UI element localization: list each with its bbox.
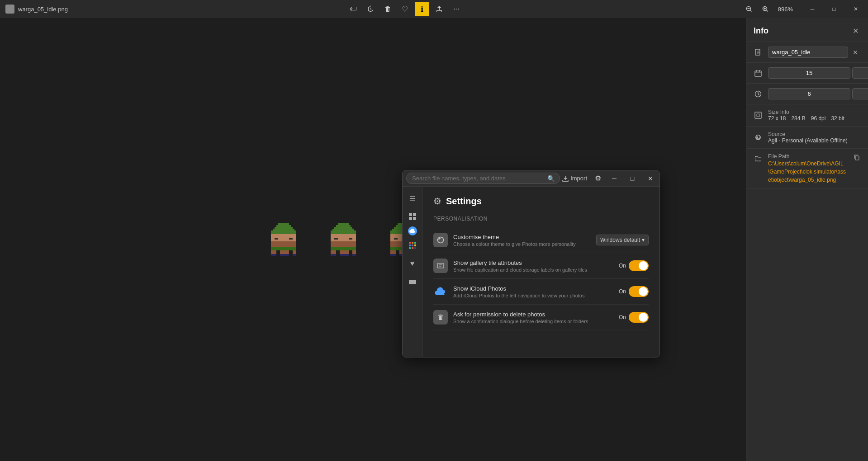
window-controls: ─ □ ✕ <box>802 2 868 16</box>
delete-toggle[interactable] <box>629 312 649 323</box>
title-bar-left: warga_05_idle.png <box>0 5 68 14</box>
filepath-value: C:\Users\colum\OneDrive\AGIL\GameProject… <box>768 160 847 184</box>
icloud-control: On <box>619 286 649 297</box>
gallery-text: Show gallery tile attributes Show file d… <box>453 259 613 273</box>
sidebar-nav-favorites[interactable]: ♥ <box>404 255 421 272</box>
svg-rect-3 <box>755 71 761 76</box>
sidebar-nav-cloud[interactable] <box>408 226 417 235</box>
delete-button[interactable] <box>380 2 395 16</box>
filename-clear-button[interactable]: ✕ <box>850 48 861 57</box>
minimize-button[interactable]: ─ <box>802 2 823 16</box>
photos-search-input[interactable] <box>406 173 560 184</box>
delete-toggle-label: On <box>619 314 626 320</box>
zoom-out-button[interactable] <box>742 2 756 16</box>
photos-body: ☰ ♥ ⚙ Settings Personalisation <box>403 187 659 357</box>
settings-header: ⚙ Settings <box>433 196 649 207</box>
photos-minimize-button[interactable]: ─ <box>605 170 623 187</box>
size-info-label: Size Info <box>768 109 861 115</box>
settings-item-gallery: Show gallery tile attributes Show file d… <box>433 253 649 279</box>
theme-icon <box>433 233 448 247</box>
icloud-icon <box>433 284 448 299</box>
time-fields-wrapper <box>768 88 868 99</box>
filepath-label: File Path <box>768 153 847 160</box>
info-panel-close[interactable]: ✕ <box>850 25 861 36</box>
sidebar-nav-gallery[interactable] <box>404 208 421 225</box>
filename-field-wrapper: ✕ <box>768 47 861 58</box>
icloud-toggle-label: On <box>619 288 626 295</box>
photos-search-bar: 🔍 <box>403 170 559 187</box>
delete-desc: Show a confirmation dialogue before dele… <box>453 319 613 324</box>
date-month-input[interactable] <box>852 67 868 79</box>
date-day-input[interactable] <box>768 67 850 79</box>
title-bar-center: 🏷 ♡ ℹ ··· <box>68 2 742 16</box>
tags-button[interactable]: 🏷 <box>346 2 360 16</box>
filepath-content: File Path C:\Users\colum\OneDrive\AGIL\G… <box>768 153 847 184</box>
zoom-level: 896% <box>774 6 797 13</box>
info-panel-title: Info <box>754 26 768 36</box>
filepath-icon <box>754 154 763 163</box>
theme-control: Windows default ▾ <box>596 235 649 245</box>
svg-rect-8 <box>413 213 416 216</box>
svg-rect-18 <box>412 247 413 249</box>
svg-rect-9 <box>409 217 412 220</box>
svg-rect-13 <box>414 242 416 244</box>
filepath-copy-button[interactable] <box>853 153 861 163</box>
info-button[interactable]: ℹ <box>415 2 429 16</box>
info-panel: Info ✕ ✕ <box>746 18 868 461</box>
sidebar-nav-menu[interactable]: ☰ <box>404 190 421 207</box>
photos-window: 🔍 Import ⚙ ─ □ ✕ ☰ ♥ <box>402 170 660 358</box>
delete-icon <box>433 310 448 325</box>
size-info-content: Size Info 72 x 18 284 B 96 dpi 32 bit <box>768 109 861 122</box>
gallery-title: Show gallery tile attributes <box>453 259 613 266</box>
theme-title: Customise theme <box>453 234 591 240</box>
app-icon <box>5 5 14 14</box>
svg-rect-7 <box>409 213 412 216</box>
svg-rect-12 <box>412 242 413 244</box>
share-button[interactable] <box>432 2 446 16</box>
info-filename-row: ✕ <box>746 42 868 63</box>
theme-text: Customise theme Choose a colour theme to… <box>453 234 591 247</box>
photos-import-button[interactable]: Import <box>559 173 591 183</box>
svg-rect-14 <box>409 245 411 246</box>
date-icon <box>754 69 763 78</box>
delete-control: On <box>619 312 649 323</box>
gallery-icon <box>433 259 448 273</box>
svg-rect-11 <box>409 242 411 244</box>
info-time-row <box>746 84 868 104</box>
filename-input[interactable] <box>768 47 848 58</box>
settings-title: Settings <box>446 196 482 207</box>
favorite-button[interactable]: ♡ <box>398 2 412 16</box>
sidebar-nav-folders[interactable] <box>404 273 421 290</box>
svg-rect-19 <box>414 247 416 249</box>
icloud-title: Show iCloud Photos <box>453 285 613 292</box>
filename-icon <box>754 48 763 57</box>
theme-dropdown[interactable]: Windows default ▾ <box>596 235 649 245</box>
gallery-control: On <box>619 260 649 271</box>
source-label: Source <box>768 131 861 137</box>
history-button[interactable] <box>363 2 378 16</box>
source-content: Source Agil - Personal (Available Offlin… <box>768 131 861 144</box>
size-icon <box>754 111 763 120</box>
gallery-toggle[interactable] <box>629 260 649 271</box>
photos-maximize-button[interactable]: □ <box>623 170 641 187</box>
more-button[interactable]: ··· <box>449 2 464 16</box>
photos-settings-gear[interactable]: ⚙ <box>591 171 605 186</box>
photos-close-button[interactable]: ✕ <box>641 170 659 187</box>
time-minute-input[interactable] <box>852 88 868 99</box>
close-button[interactable]: ✕ <box>845 2 866 16</box>
delete-text: Ask for permission to delete photos Show… <box>453 311 613 324</box>
maximize-button[interactable]: □ <box>824 2 844 16</box>
sprite-2 <box>327 223 360 256</box>
theme-desc: Choose a colour theme to give Photos mor… <box>453 241 591 247</box>
theme-dropdown-chevron: ▾ <box>642 237 645 243</box>
zoom-in-button[interactable] <box>758 2 773 16</box>
size-dpi: 96 dpi <box>811 115 826 122</box>
personalisation-label: Personalisation <box>433 216 649 222</box>
icloud-toggle[interactable] <box>629 286 649 297</box>
sidebar-nav-photos[interactable] <box>404 237 421 254</box>
source-value: Agil - Personal (Available Offline) <box>768 137 861 144</box>
svg-rect-10 <box>413 217 416 220</box>
time-hour-input[interactable] <box>768 88 850 99</box>
info-date-row <box>746 63 868 84</box>
theme-dropdown-value: Windows default <box>600 237 640 243</box>
